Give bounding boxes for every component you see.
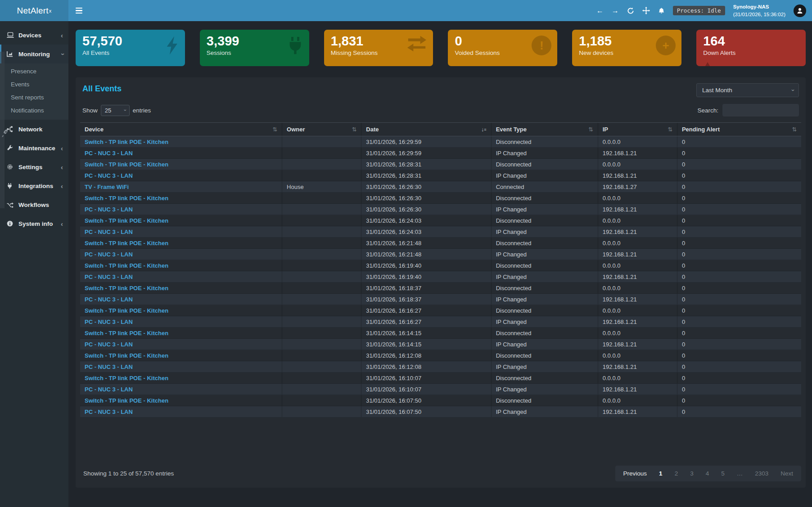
stat-card-missing-sessions[interactable]: 1,831 Missing Sessions <box>324 30 433 66</box>
device-link[interactable]: PC - NUC 3 - LAN <box>85 363 133 370</box>
cell-owner <box>282 271 361 283</box>
cell-ip: 192.168.1.21 <box>598 316 677 328</box>
column-header-device[interactable]: Device⇅ <box>80 123 282 136</box>
stat-card-voided-sessions[interactable]: 0 Voided Sessions ! <box>448 30 557 66</box>
stat-card-sessions[interactable]: 3,399 Sessions <box>200 30 309 66</box>
device-link[interactable]: PC - NUC 3 - LAN <box>85 206 133 213</box>
sidebar-item-monitoring[interactable]: Monitoring ‹ <box>0 45 68 63</box>
page-button-1[interactable]: 1 <box>659 470 663 477</box>
bell-icon[interactable] <box>658 7 665 14</box>
sidebar-item-settings[interactable]: Settings ‹ <box>0 157 68 176</box>
sidebar-item-devices[interactable]: Devices ‹ <box>0 26 68 45</box>
device-link[interactable]: Switch - TP link POE - Kitchen <box>85 330 168 337</box>
column-header-event-type[interactable]: Event Type⇅ <box>491 123 598 136</box>
cell-owner <box>282 384 361 395</box>
search-input[interactable] <box>722 104 799 117</box>
device-link[interactable]: Switch - TP link POE - Kitchen <box>85 307 168 314</box>
device-link[interactable]: TV - Frame WiFi <box>85 184 129 190</box>
sidebar-item-maintenance[interactable]: Maintenance ‹ <box>0 139 68 157</box>
page-button-3[interactable]: 3 <box>690 470 694 477</box>
page-button-previous[interactable]: Previous <box>623 470 647 477</box>
sidebar-item-presence[interactable]: Presence <box>0 65 68 78</box>
device-link[interactable]: Switch - TP link POE - Kitchen <box>85 240 168 247</box>
refresh-icon[interactable] <box>627 7 634 14</box>
column-header-owner[interactable]: Owner⇅ <box>282 123 361 136</box>
stat-card-all-events[interactable]: 57,570 All Events <box>76 30 185 66</box>
cell-event-type: Disconnected <box>491 260 598 271</box>
chevron-left-icon: ‹ <box>61 163 63 171</box>
period-select[interactable]: Last Month ‹ <box>696 83 799 97</box>
device-link[interactable]: PC - NUC 3 - LAN <box>85 386 133 393</box>
sort-icon: ⇅ <box>273 126 277 133</box>
move-icon[interactable] <box>642 7 650 14</box>
cell-ip: 0.0.0.0 <box>598 238 677 249</box>
cell-ip: 0.0.0.0 <box>598 328 677 339</box>
device-link[interactable]: Switch - TP link POE - Kitchen <box>85 262 168 269</box>
page-length-select[interactable]: 25 ‹ <box>101 105 130 116</box>
cell-device: Switch - TP link POE - Kitchen <box>80 159 282 170</box>
stat-card-down-alerts[interactable]: 164 Down Alerts ! <box>696 30 806 66</box>
cell-pending-alert: 0 <box>677 294 801 305</box>
cell-owner <box>282 238 361 249</box>
device-link[interactable]: PC - NUC 3 - LAN <box>85 319 133 325</box>
sidebar-item-sent-reports[interactable]: Sent reports <box>0 91 68 104</box>
back-arrow-icon[interactable]: ← <box>596 7 604 14</box>
page-button-2[interactable]: 2 <box>675 470 678 477</box>
sidebar-item-notifications[interactable]: Notifications <box>0 104 68 117</box>
device-link[interactable]: Switch - TP link POE - Kitchen <box>85 217 168 224</box>
sidebar-toggle-icon[interactable] <box>76 8 82 13</box>
column-header-date[interactable]: Date↓≡ <box>361 123 491 136</box>
user-avatar[interactable] <box>794 4 806 17</box>
device-link[interactable]: PC - NUC 3 - LAN <box>85 274 133 280</box>
rocket-icon[interactable] <box>1 129 9 139</box>
cell-owner <box>282 361 361 372</box>
column-header-pending-alert[interactable]: Pending Alert⇅ <box>677 123 801 136</box>
sidebar-item-workflows[interactable]: Workflows <box>0 195 68 214</box>
cell-date: 31/01/2026, 16:24:03 <box>361 215 491 226</box>
device-link[interactable]: Switch - TP link POE - Kitchen <box>85 397 168 404</box>
cell-event-type: Disconnected <box>491 136 598 148</box>
page-button-2303[interactable]: 2303 <box>755 470 768 477</box>
device-link[interactable]: PC - NUC 3 - LAN <box>85 296 133 303</box>
device-link[interactable]: PC - NUC 3 - LAN <box>85 172 133 179</box>
cell-device: Switch - TP link POE - Kitchen <box>80 193 282 204</box>
device-link[interactable]: PC - NUC 3 - LAN <box>85 408 133 415</box>
device-link[interactable]: Switch - TP link POE - Kitchen <box>85 375 168 381</box>
sidebar-item-network[interactable]: Network <box>0 120 68 139</box>
sidebar-item-integrations[interactable]: Integrations ‹ <box>0 176 68 195</box>
device-link[interactable]: Switch - TP link POE - Kitchen <box>85 195 168 202</box>
device-link[interactable]: PC - NUC 3 - LAN <box>85 150 133 157</box>
plug-icon <box>7 183 16 189</box>
sidebar-item-events[interactable]: Events <box>0 78 68 91</box>
sort-icon: ⇅ <box>792 126 797 133</box>
sidebar-item-system-info[interactable]: System info ‹ <box>0 214 68 233</box>
cell-device: PC - NUC 3 - LAN <box>80 271 282 283</box>
cell-owner <box>282 249 361 260</box>
cell-ip: 192.168.1.21 <box>598 406 677 417</box>
app-logo[interactable]: NetAlertx <box>0 0 68 21</box>
table-row: PC - NUC 3 - LAN31/01/2026, 16:18:37IP C… <box>80 294 801 305</box>
device-link[interactable]: PC - NUC 3 - LAN <box>85 251 133 258</box>
column-header-ip[interactable]: IP⇅ <box>598 123 677 136</box>
cell-ip: 192.168.1.21 <box>598 148 677 159</box>
cell-pending-alert: 0 <box>677 136 801 148</box>
table-body: Switch - TP link POE - Kitchen31/01/2026… <box>80 136 801 417</box>
page-button-4[interactable]: 4 <box>706 470 709 477</box>
page-button-next[interactable]: Next <box>780 470 793 477</box>
stat-card-new-devices[interactable]: 1,185 New devices + <box>572 30 681 66</box>
device-link[interactable]: Switch - TP link POE - Kitchen <box>85 161 168 168</box>
sort-icon: ⇅ <box>352 126 356 133</box>
device-link[interactable]: PC - NUC 3 - LAN <box>85 341 133 348</box>
sidebar: Devices ‹ Monitoring ‹ Presence Events S… <box>0 21 68 507</box>
device-link[interactable]: Switch - TP link POE - Kitchen <box>85 285 168 292</box>
chevron-down-icon: ‹ <box>122 109 127 111</box>
device-link[interactable]: Switch - TP link POE - Kitchen <box>85 352 168 359</box>
device-link[interactable]: Switch - TP link POE - Kitchen <box>85 139 168 145</box>
forward-arrow-icon[interactable]: → <box>612 7 619 14</box>
page-button-5[interactable]: 5 <box>721 470 725 477</box>
device-link[interactable]: PC - NUC 3 - LAN <box>85 229 133 235</box>
cell-ip: 192.168.1.21 <box>598 226 677 238</box>
table-row: Switch - TP link POE - Kitchen31/01/2026… <box>80 136 801 148</box>
show-label: Show <box>82 107 98 114</box>
table-row: PC - NUC 3 - LAN31/01/2026, 16:07:50IP C… <box>80 406 801 417</box>
